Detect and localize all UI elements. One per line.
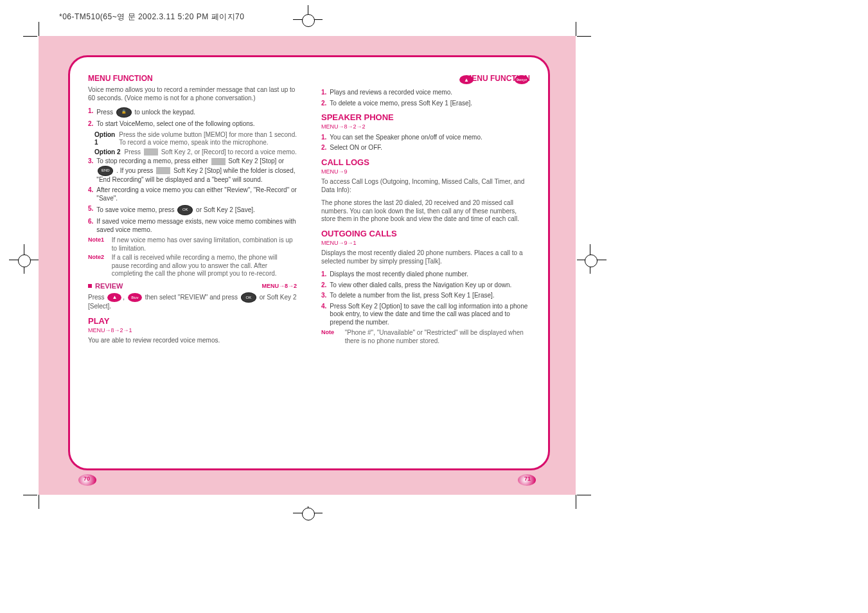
option-2: Option 2 Press Soft Key 2, or [Record] t… (94, 148, 297, 157)
step-number: 1. (321, 89, 326, 97)
step-number: 3. (321, 292, 326, 300)
cl-desc1: To access Call Logs (Outgoing, Incoming,… (321, 178, 530, 194)
call-logs-header: CALL LOGS MENU→9 (321, 157, 530, 176)
step-2: 2. To start VoiceMemo, select one of the… (88, 120, 297, 129)
crop-mark (577, 36, 591, 37)
sp-menu-path: MENU→8→2→2 (321, 123, 530, 130)
crop-mark (23, 495, 37, 495)
r-step-2: 2. To delete a voice memo, press Soft Ke… (321, 100, 530, 108)
step-number: 5. (88, 205, 93, 213)
crop-mark (576, 495, 576, 509)
soft-key-icon (211, 158, 226, 165)
page-badge-right: 71 (518, 474, 536, 486)
step-4: 4. After recording a voice memo you can … (88, 186, 297, 202)
step-text: To delete a voice memo, press Soft Key 1… (330, 100, 472, 108)
crop-mark (576, 22, 576, 36)
step-number: 3. (88, 157, 93, 166)
left-column: MENU FUNCTION Voice memo allows you to r… (82, 69, 303, 355)
section-title-left: MENU FUNCTION (88, 74, 297, 84)
step-text: Displays the most recently dialed phone … (330, 271, 468, 279)
header-key-row: ▲ 9wxyz (458, 75, 530, 84)
menu-path: MENU→8→2 (261, 283, 297, 290)
step-number: 2. (321, 144, 326, 152)
lock-key-icon: 🔒 (116, 107, 132, 118)
step-text: After recording a voice memo you can eit… (96, 186, 297, 202)
out-menu-path: MENU→9→1 (321, 240, 530, 247)
outgoing-header: OUTGOING CALLS MENU→9→1 (321, 229, 530, 247)
option-body: Soft Key 2, or [Record] to record a voic… (161, 148, 297, 155)
review-subhead: REVIEW MENU→8→2 (88, 282, 297, 291)
intro-paragraph: Voice memo allows you to record a remind… (88, 86, 297, 102)
page-number-right: 71 (524, 475, 531, 482)
soft-key-icon (144, 148, 158, 155)
step-6: 6. If saved voice memo message exists, n… (88, 218, 297, 234)
out-step-2: 2. To view other dialed calls, press the… (321, 281, 530, 290)
note-text: If a call is received while recording a … (112, 254, 295, 278)
step-number: 2. (321, 281, 326, 290)
out-note: Note "Phone #", "Unavailable" or "Restri… (321, 329, 530, 345)
ok-key-icon: OK (241, 292, 256, 303)
step-3: 3. To stop recording a memo, press eithe… (88, 157, 297, 184)
out-step-3: 3. To delete a number from the list, pre… (321, 292, 530, 300)
registration-circle-bottom (302, 508, 315, 520)
step-text: If saved voice memo message exists, new … (96, 218, 297, 234)
sp-step-1: 1. You can set the Speaker phone on/off … (321, 134, 530, 142)
page-panel: MENU FUNCTION Voice memo allows you to r… (68, 55, 550, 470)
cl-title: CALL LOGS (321, 157, 530, 168)
step-number: 2. (321, 100, 326, 108)
note-text: If new voice memo has over saving limita… (112, 236, 295, 253)
step-number: 4. (88, 186, 93, 195)
play-title: PLAY (88, 316, 297, 326)
end-key-icon: END (98, 166, 113, 176)
step-text: To stop recording a memo, press either (96, 157, 208, 164)
crop-mark (23, 36, 37, 37)
bullet-icon (88, 284, 92, 288)
option-body: Press (125, 148, 141, 155)
step-text: or Soft Key 2 [Save]. (196, 206, 255, 213)
option-head: Option 1 (94, 131, 115, 147)
step-text: Plays and reviews a recorded voice memo. (330, 89, 452, 97)
note-1: Note1 If new voice memo has over saving … (88, 236, 297, 253)
note-label: Note (321, 329, 343, 336)
ok-key-icon: OK (177, 205, 193, 215)
crop-mark (39, 495, 39, 509)
play-menu-path: MENU→8→2→1 (88, 327, 297, 334)
soft-key-icon (156, 167, 170, 174)
page-badge-left: 70 (78, 474, 96, 486)
step-text: Select ON or OFF. (330, 144, 382, 152)
registration-circle-left (18, 254, 31, 267)
print-header-slug: *06-TM510(65~영 문 2002.3.11 5:20 PM 페이지70 (59, 12, 244, 22)
step-text: To view other dialed calls, press the Na… (330, 281, 511, 290)
speaker-phone-header: SPEAKER PHONE MENU→8→2→2 (321, 112, 530, 131)
step-1: 1. Press 🔒 to unlock the keypad. (88, 107, 297, 118)
step-number: 6. (88, 218, 93, 226)
page-number-left: 70 (84, 475, 90, 482)
right-column: MENU FUNCTION 1. Plays and reviews a rec… (315, 69, 536, 350)
option-body: Press the side volume button [MEMO] for … (119, 131, 297, 147)
option-1: Option 1 Press the side volume button [M… (94, 131, 297, 147)
nav-up-icon: ▲ (107, 293, 121, 302)
out-step-4: 4. Press Soft Key 2 [Option] to save the… (321, 303, 530, 327)
note-text: "Phone #", "Unavailable" or "Restricted"… (345, 329, 528, 345)
note-2: Note2 If a call is received while record… (88, 254, 297, 278)
registration-circle-top (302, 14, 315, 27)
cl-menu-path: MENU→9 (321, 168, 530, 175)
note-label: Note2 (88, 254, 110, 261)
step-text: . If you press (116, 166, 153, 173)
play-header: PLAY MENU→8→2→1 (88, 316, 297, 335)
step-text: Soft Key 2 [Stop] or (228, 157, 284, 164)
step-text: To delete a number from the list, press … (330, 292, 494, 300)
step-text: Press Soft Key 2 [Option] to save the ca… (330, 303, 530, 327)
crop-mark (577, 495, 591, 495)
out-step-1: 1. Displays the most recently dialed pho… (321, 271, 530, 279)
step-number: 4. (321, 303, 326, 311)
key-8-icon: 8tuv (128, 293, 142, 302)
step-number: 2. (88, 120, 93, 129)
step-text: You can set the Speaker phone on/off of … (330, 134, 482, 142)
nav-up-icon: ▲ (459, 75, 474, 84)
step-text: To start VoiceMemo, select one of the fo… (96, 120, 254, 129)
step-text: Press (96, 109, 114, 116)
step-number: 1. (88, 107, 93, 116)
note-label: Note1 (88, 236, 110, 244)
registration-circle-right (585, 254, 598, 267)
